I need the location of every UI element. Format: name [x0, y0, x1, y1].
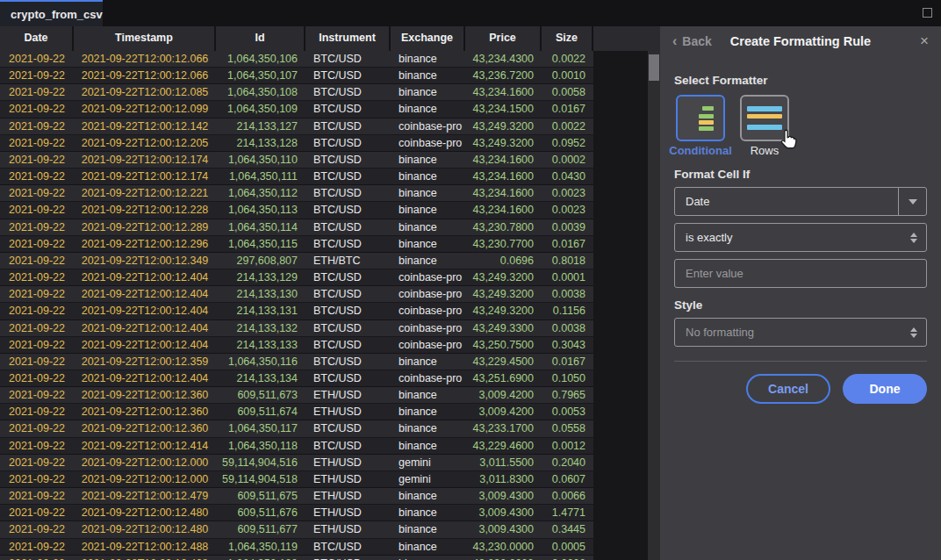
style-select[interactable]: No formatting: [674, 318, 927, 347]
table-cell[interactable]: BTC/USD: [305, 101, 391, 118]
table-cell[interactable]: 2021-09-22T12:00:12.498: [74, 556, 216, 560]
table-cell[interactable]: 2021-09-22: [0, 354, 74, 370]
table-cell[interactable]: 0.0012: [542, 438, 593, 455]
table-cell[interactable]: 0.0002: [542, 152, 593, 169]
table-cell[interactable]: 0.0058: [542, 84, 593, 101]
table-cell[interactable]: 0.0005: [542, 539, 593, 556]
table-cell[interactable]: BTC/USD: [305, 337, 391, 354]
table-cell[interactable]: 43,234.4300: [465, 51, 542, 68]
table-cell[interactable]: 2021-09-22T12:00:12.480: [74, 521, 216, 538]
table-cell[interactable]: 0.8018: [542, 253, 593, 269]
table-cell[interactable]: 2021-09-22T12:00:12.228: [74, 202, 216, 219]
table-cell[interactable]: 2021-09-22T12:00:12.085: [74, 84, 216, 101]
table-cell[interactable]: 1,064,350,111: [216, 169, 305, 185]
table-cell[interactable]: 1,064,350,115: [216, 236, 305, 253]
column-header-price[interactable]: Price: [465, 26, 542, 51]
table-cell[interactable]: BTC/USD: [305, 556, 391, 560]
table-cell[interactable]: 214,133,133: [216, 337, 305, 354]
table-cell[interactable]: BTC/USD: [305, 185, 391, 202]
column-header-id[interactable]: Id: [216, 26, 305, 51]
table-cell[interactable]: ETH/USD: [305, 521, 391, 538]
table-cell[interactable]: 2021-09-22T12:00:12.404: [74, 286, 216, 303]
table-cell[interactable]: BTC/USD: [305, 152, 391, 169]
table-cell[interactable]: 1,064,350,119: [216, 539, 305, 556]
table-cell[interactable]: 2021-09-22T12:00:12.174: [74, 152, 216, 169]
table-cell[interactable]: BTC/USD: [305, 370, 391, 387]
table-cell[interactable]: binance: [391, 51, 465, 68]
table-cell[interactable]: 0.1156: [542, 303, 593, 319]
table-row[interactable]: 2021-09-222021-09-22T12:00:12.404214,133…: [0, 370, 593, 387]
table-cell[interactable]: 609,511,673: [216, 387, 305, 404]
table-cell[interactable]: 1,064,350,118: [216, 438, 305, 455]
table-cell[interactable]: binance: [391, 202, 465, 219]
table-cell[interactable]: 609,511,676: [216, 505, 305, 521]
table-cell[interactable]: 59,114,904,516: [216, 455, 305, 471]
table-cell[interactable]: 0.1050: [542, 370, 593, 387]
table-cell[interactable]: 0.0023: [542, 185, 593, 202]
table-cell[interactable]: 43,249.3200: [465, 118, 542, 135]
table-cell[interactable]: BTC/USD: [305, 320, 391, 337]
operator-select[interactable]: is exactly: [674, 223, 927, 252]
table-cell[interactable]: 214,133,132: [216, 320, 305, 337]
table-row[interactable]: 2021-09-222021-09-22T12:00:12.479609,511…: [0, 488, 593, 505]
table-row[interactable]: 2021-09-222021-09-22T12:00:12.205214,133…: [0, 135, 593, 152]
table-cell[interactable]: 0.0053: [542, 404, 593, 420]
table-cell[interactable]: 3,011.8300: [465, 471, 542, 488]
table-cell[interactable]: binance: [391, 420, 465, 437]
table-cell[interactable]: 2021-09-22T12:00:12.404: [74, 269, 216, 286]
table-cell[interactable]: binance: [391, 438, 465, 455]
table-cell[interactable]: 2021-09-22: [0, 236, 74, 253]
table-cell[interactable]: 0.0430: [542, 169, 593, 185]
table-cell[interactable]: BTC/USD: [305, 118, 391, 135]
table-cell[interactable]: BTC/USD: [305, 269, 391, 286]
table-cell[interactable]: 2021-09-22: [0, 370, 74, 387]
table-cell[interactable]: binance: [391, 101, 465, 118]
table-cell[interactable]: 2021-09-22: [0, 455, 74, 471]
table-row[interactable]: 2021-09-222021-09-22T12:00:12.4981,064,3…: [0, 556, 593, 560]
table-cell[interactable]: binance: [391, 169, 465, 185]
table-cell[interactable]: 1,064,350,106: [216, 51, 305, 68]
cancel-button[interactable]: Cancel: [746, 374, 830, 404]
table-cell[interactable]: 2021-09-22: [0, 521, 74, 538]
table-cell[interactable]: 2021-09-22: [0, 488, 74, 505]
table-cell[interactable]: 43,249.3200: [465, 286, 542, 303]
table-cell[interactable]: 2021-09-22: [0, 118, 74, 135]
table-cell[interactable]: 43,234.1600: [465, 202, 542, 219]
table-row[interactable]: 2021-09-222021-09-22T12:00:12.1741,064,3…: [0, 152, 593, 169]
table-cell[interactable]: binance: [391, 68, 465, 84]
table-cell[interactable]: coinbase-pro: [391, 269, 465, 286]
table-cell[interactable]: 2021-09-22: [0, 253, 74, 269]
table-cell[interactable]: 2021-09-22T12:00:12.349: [74, 253, 216, 269]
table-cell[interactable]: 2021-09-22T12:00:12.360: [74, 420, 216, 437]
table-row[interactable]: 2021-09-222021-09-22T12:00:12.404214,133…: [0, 269, 593, 286]
table-row[interactable]: 2021-09-222021-09-22T12:00:12.480609,511…: [0, 505, 593, 521]
table-row[interactable]: 2021-09-222021-09-22T12:00:12.00059,114,…: [0, 471, 593, 488]
table-cell[interactable]: binance: [391, 84, 465, 101]
table-cell[interactable]: 2021-09-22: [0, 303, 74, 319]
table-cell[interactable]: coinbase-pro: [391, 303, 465, 319]
table-cell[interactable]: 43,234.1500: [465, 101, 542, 118]
dropdown-arrow-section[interactable]: [898, 188, 926, 215]
table-row[interactable]: 2021-09-222021-09-22T12:00:12.0851,064,3…: [0, 84, 593, 101]
table-cell[interactable]: binance: [391, 219, 465, 236]
table-cell[interactable]: binance: [391, 521, 465, 538]
table-cell[interactable]: ETH/USD: [305, 455, 391, 471]
table-cell[interactable]: 43,229.4600: [465, 438, 542, 455]
table-cell[interactable]: BTC/USD: [305, 68, 391, 84]
table-cell[interactable]: binance: [391, 505, 465, 521]
table-cell[interactable]: BTC/USD: [305, 354, 391, 370]
table-cell[interactable]: 59,114,904,518: [216, 471, 305, 488]
table-cell[interactable]: coinbase-pro: [391, 118, 465, 135]
table-cell[interactable]: 43,234.1600: [465, 169, 542, 185]
table-cell[interactable]: binance: [391, 488, 465, 505]
table-cell[interactable]: 43,249.3200: [465, 303, 542, 319]
tab-crypto-from-csv[interactable]: crypto_from_csv: [0, 0, 103, 26]
table-cell[interactable]: 2021-09-22: [0, 135, 74, 152]
table-cell[interactable]: 0.3445: [542, 521, 593, 538]
table-cell[interactable]: 2021-09-22T12:00:12.289: [74, 219, 216, 236]
table-cell[interactable]: BTC/USD: [305, 169, 391, 185]
table-row[interactable]: 2021-09-222021-09-22T12:00:12.2281,064,3…: [0, 202, 593, 219]
scrollbar-thumb[interactable]: [649, 54, 659, 81]
table-row[interactable]: 2021-09-222021-09-22T12:00:12.360609,511…: [0, 387, 593, 404]
table-cell[interactable]: 1,064,350,114: [216, 219, 305, 236]
